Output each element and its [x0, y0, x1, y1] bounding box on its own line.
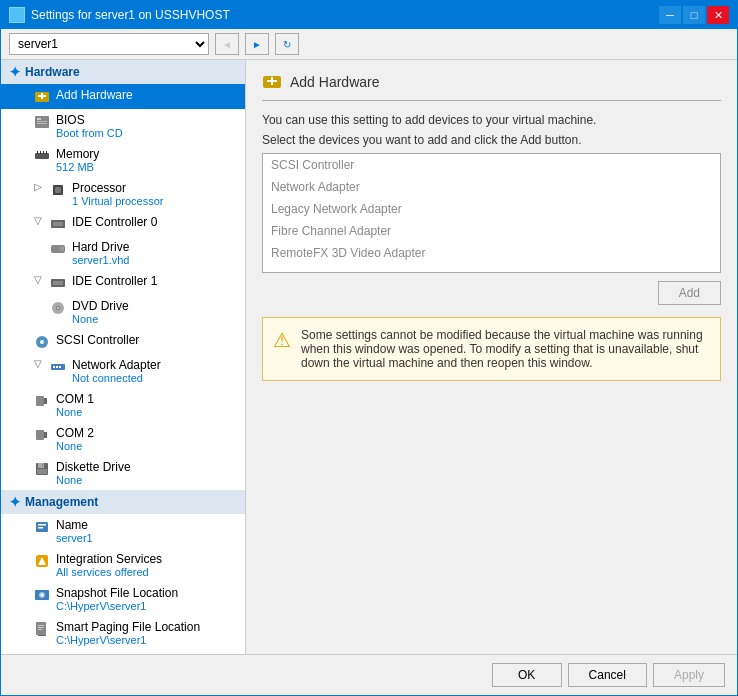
name-label: Name	[56, 518, 236, 532]
sidebar-item-bios[interactable]: BIOS Boot from CD	[1, 109, 245, 143]
window-title: Settings for server1 on USSHVHOST	[31, 8, 230, 22]
sidebar-item-com1[interactable]: COM 1 None	[1, 388, 245, 422]
management-section-header: ✦ Management	[1, 490, 245, 514]
forward-button[interactable]: ►	[245, 33, 269, 55]
device-item-legacy-network[interactable]: Legacy Network Adapter	[263, 198, 720, 220]
hardware-star-icon: ✦	[9, 64, 21, 80]
svg-rect-35	[38, 463, 44, 468]
add-hardware-label: Add Hardware	[56, 88, 236, 102]
integration-sub: All services offered	[56, 566, 236, 578]
sidebar-item-ide1[interactable]: ▽ IDE Controller 1	[1, 270, 245, 295]
sidebar-item-paging[interactable]: Smart Paging File Location C:\HyperV\ser…	[1, 616, 245, 650]
memory-sub: 512 MB	[56, 161, 236, 173]
sidebar-item-processor[interactable]: ▷ Processor 1 Virtual processor	[1, 177, 245, 211]
svg-rect-8	[37, 151, 38, 154]
svg-rect-15	[53, 222, 63, 226]
sidebar: ✦ Hardware Add Hardware BIOS Boot	[1, 60, 246, 654]
apply-button[interactable]: Apply	[653, 663, 725, 687]
add-button[interactable]: Add	[658, 281, 721, 305]
settings-window: Settings for server1 on USSHVHOST ─ □ ✕ …	[0, 0, 738, 696]
panel-title-icon	[262, 72, 282, 92]
com1-icon	[34, 393, 50, 409]
management-star-icon: ✦	[9, 494, 21, 510]
device-list: SCSI Controller Network Adapter Legacy N…	[262, 153, 721, 273]
paging-label: Smart Paging File Location	[56, 620, 236, 634]
svg-rect-31	[44, 398, 47, 404]
diskette-sub: None	[56, 474, 236, 486]
integration-label: Integration Services	[56, 552, 236, 566]
panel-desc1: You can use this setting to add devices …	[262, 113, 721, 127]
dvd-text: DVD Drive None	[72, 299, 236, 325]
hardware-section-header: ✦ Hardware	[1, 60, 245, 84]
svg-rect-37	[37, 469, 47, 474]
minimize-button[interactable]: ─	[659, 6, 681, 24]
svg-rect-48	[38, 625, 44, 626]
dvd-icon	[50, 300, 66, 316]
network-expand-icon: ▽	[34, 358, 42, 369]
ok-button[interactable]: OK	[492, 663, 562, 687]
svg-rect-11	[46, 151, 47, 154]
sidebar-item-snapshot[interactable]: Snapshot File Location C:\HyperV\server1	[1, 582, 245, 616]
sidebar-item-hard-drive[interactable]: Hard Drive server1.vhd	[1, 236, 245, 270]
name-sub: server1	[56, 532, 236, 544]
right-panel: Add Hardware You can use this setting to…	[246, 60, 737, 654]
close-button[interactable]: ✕	[707, 6, 729, 24]
ide0-label: IDE Controller 0	[72, 215, 236, 229]
panel-desc2: Select the devices you want to add and c…	[262, 133, 721, 147]
com2-icon	[34, 427, 50, 443]
warning-text: Some settings cannot be modified because…	[301, 328, 710, 370]
svg-rect-30	[36, 396, 44, 406]
sidebar-item-ide0[interactable]: ▽ IDE Controller 0	[1, 211, 245, 236]
maximize-button[interactable]: □	[683, 6, 705, 24]
hardware-section-label: Hardware	[25, 65, 80, 79]
diskette-text: Diskette Drive None	[56, 460, 236, 486]
sidebar-item-name[interactable]: Name server1	[1, 514, 245, 548]
device-item-network[interactable]: Network Adapter	[263, 176, 720, 198]
svg-rect-10	[43, 151, 44, 154]
svg-rect-50	[38, 629, 42, 630]
vm-select[interactable]: server1	[9, 33, 209, 55]
svg-rect-33	[44, 432, 47, 438]
toolbar: server1 ◄ ► ↻	[1, 29, 737, 60]
com1-text: COM 1 None	[56, 392, 236, 418]
svg-rect-13	[55, 187, 61, 193]
svg-rect-6	[37, 123, 47, 124]
sidebar-item-integration[interactable]: Integration Services All services offere…	[1, 548, 245, 582]
sidebar-item-memory[interactable]: Memory 512 MB	[1, 143, 245, 177]
svg-rect-49	[38, 627, 44, 628]
integration-text: Integration Services All services offere…	[56, 552, 236, 578]
device-item-fibre[interactable]: Fibre Channel Adapter	[263, 220, 720, 242]
management-section-label: Management	[25, 495, 98, 509]
sidebar-item-add-hardware[interactable]: Add Hardware	[1, 84, 245, 109]
network-icon	[50, 359, 66, 375]
device-item-remotefx[interactable]: RemoteFX 3D Video Adapter	[263, 242, 720, 264]
device-item-scsi[interactable]: SCSI Controller	[263, 154, 720, 176]
scsi-icon	[34, 334, 50, 350]
sidebar-item-scsi[interactable]: SCSI Controller	[1, 329, 245, 354]
name-text: Name server1	[56, 518, 236, 544]
sidebar-item-diskette[interactable]: Diskette Drive None	[1, 456, 245, 490]
hard-drive-label: Hard Drive	[72, 240, 236, 254]
hard-drive-icon	[50, 241, 66, 257]
refresh-button[interactable]: ↻	[275, 33, 299, 55]
hard-drive-sub: server1.vhd	[72, 254, 236, 266]
svg-rect-55	[271, 77, 273, 85]
scsi-text: SCSI Controller	[56, 333, 236, 347]
bios-sub: Boot from CD	[56, 127, 236, 139]
processor-label: Processor	[72, 181, 236, 195]
sidebar-item-com2[interactable]: COM 2 None	[1, 422, 245, 456]
svg-rect-39	[38, 524, 46, 526]
network-sub: Not connected	[72, 372, 236, 384]
cancel-button[interactable]: Cancel	[568, 663, 647, 687]
back-button[interactable]: ◄	[215, 33, 239, 55]
com2-sub: None	[56, 440, 236, 452]
warning-box: ⚠ Some settings cannot be modified becau…	[262, 317, 721, 381]
sidebar-item-dvd-drive[interactable]: DVD Drive None	[1, 295, 245, 329]
svg-point-25	[40, 340, 44, 344]
window-icon	[9, 7, 25, 23]
network-text: Network Adapter Not connected	[72, 358, 236, 384]
add-hardware-icon	[34, 89, 50, 105]
dvd-sub: None	[72, 313, 236, 325]
svg-rect-2	[41, 93, 43, 99]
sidebar-item-network[interactable]: ▽ Network Adapter Not connected	[1, 354, 245, 388]
